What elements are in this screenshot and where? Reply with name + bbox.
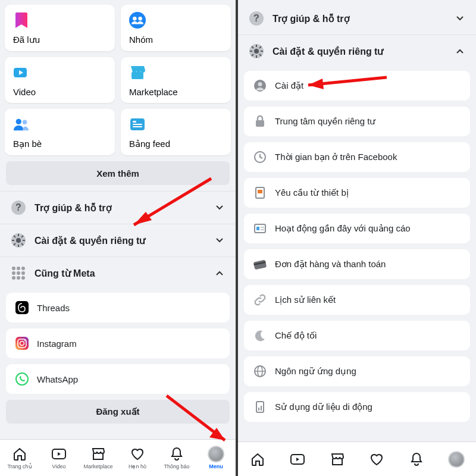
- svg-point-23: [12, 267, 15, 270]
- svg-point-26: [12, 271, 15, 275]
- profile-circle-icon: [253, 79, 267, 92]
- gear-icon: [11, 233, 26, 248]
- meta-app-threads[interactable]: Threads: [6, 293, 230, 322]
- tab-marketplace[interactable]: Marketplace: [79, 440, 118, 476]
- row-label: Trợ giúp & hỗ trợ: [35, 202, 215, 214]
- svg-point-56: [258, 82, 262, 86]
- settings-item-orders[interactable]: Đơn đặt hàng và thanh toán: [244, 249, 470, 279]
- tile-feeds[interactable]: Bảng feed: [121, 109, 231, 155]
- svg-rect-60: [258, 190, 262, 193]
- menu-screen: Đã lưu Nhóm Video Marketplace Bạn bè: [0, 0, 238, 476]
- row-label: Cài đặt & quyền riêng tư: [35, 235, 215, 246]
- settings-item-data-usage[interactable]: Sử dụng dữ liệu di động: [244, 392, 470, 422]
- help-icon: ?: [249, 11, 264, 26]
- avatar: [208, 446, 224, 462]
- see-more-button[interactable]: Xem thêm: [6, 161, 230, 185]
- tile-label: Đã lưu: [13, 35, 107, 45]
- tab-home[interactable]: [238, 442, 278, 476]
- row-settings-privacy[interactable]: Cài đặt & quyền riêng tư: [238, 35, 476, 67]
- svg-rect-8: [133, 121, 136, 123]
- avatar: [449, 452, 464, 467]
- settings-item-device-request[interactable]: Yêu cầu từ thiết bị: [244, 178, 470, 208]
- tile-friends[interactable]: Bạn bè: [5, 109, 115, 155]
- row-label: Trợ giúp & hỗ trợ: [273, 13, 456, 24]
- see-more-label: Xem thêm: [96, 168, 139, 178]
- gear-icon: [249, 43, 264, 59]
- tab-menu[interactable]: [436, 442, 476, 476]
- svg-rect-71: [258, 408, 259, 411]
- threads-icon: [15, 301, 29, 314]
- settings-item-ad-activity[interactable]: Hoạt động gần đây với quảng cáo: [244, 214, 470, 243]
- tab-marketplace[interactable]: [317, 442, 357, 476]
- tab-menu[interactable]: Menu: [196, 440, 236, 476]
- svg-point-36: [24, 340, 25, 341]
- settings-item-label: Ngôn ngữ ứng dụng: [275, 366, 356, 377]
- meta-app-label: Instagram: [37, 339, 77, 349]
- tab-notifications[interactable]: Thông báo: [157, 440, 196, 476]
- settings-item-language[interactable]: Ngôn ngữ ứng dụng: [244, 356, 470, 386]
- bottom-tabbar: [238, 441, 476, 476]
- tile-groups[interactable]: Nhóm: [121, 5, 231, 51]
- meta-app-instagram[interactable]: Instagram: [6, 328, 230, 358]
- globe-icon: [253, 365, 267, 378]
- home-icon: [12, 446, 27, 462]
- settings-list: Cài đặt Trung tâm quyền riêng tư Thời gi…: [238, 67, 476, 422]
- svg-point-46: [254, 49, 259, 54]
- device-request-icon: [253, 186, 267, 199]
- settings-item-label: Hoạt động gần đây với quảng cáo: [275, 223, 411, 234]
- row-label: Cài đặt & quyền riêng tư: [273, 46, 456, 57]
- tile-marketplace[interactable]: Marketplace: [121, 57, 231, 103]
- svg-rect-72: [261, 406, 262, 411]
- settings-item-time[interactable]: Thời gian bạn ở trên Facebook: [244, 142, 470, 172]
- tab-notifications[interactable]: [397, 442, 437, 476]
- settings-item-label: Lịch sử liên kết: [275, 295, 336, 305]
- row-help[interactable]: ? Trợ giúp & hỗ trợ: [0, 191, 236, 224]
- feeds-icon: [129, 116, 146, 133]
- tab-dating[interactable]: Hẹn hò: [118, 440, 157, 476]
- svg-point-14: [16, 238, 21, 243]
- tile-saved[interactable]: Đã lưu: [5, 5, 115, 51]
- svg-text:?: ?: [253, 13, 259, 23]
- marketplace-icon: [129, 64, 146, 81]
- link-icon: [253, 293, 267, 306]
- video-tab-icon: [290, 453, 305, 466]
- settings-item-label: Yêu cầu từ thiết bị: [275, 187, 349, 198]
- tile-label: Video: [13, 87, 107, 97]
- tab-label: Video: [52, 464, 66, 469]
- settings-item-privacy-center[interactable]: Trung tâm quyền riêng tư: [244, 107, 470, 136]
- meta-app-whatsapp[interactable]: WhatsApp: [6, 364, 230, 394]
- logout-button[interactable]: Đăng xuất: [6, 400, 230, 424]
- tab-home[interactable]: Trang chủ: [0, 440, 39, 476]
- saved-icon: [13, 12, 30, 29]
- settings-item-label: Cài đặt: [275, 80, 303, 91]
- dating-icon: [369, 453, 384, 466]
- tab-dating[interactable]: [357, 442, 397, 476]
- tile-video[interactable]: Video: [5, 57, 115, 103]
- tile-label: Bạn bè: [13, 139, 107, 149]
- svg-rect-64: [261, 229, 264, 230]
- row-help[interactable]: ? Trợ giúp & hỗ trợ: [238, 0, 476, 35]
- instagram-icon: [15, 337, 29, 350]
- svg-point-25: [21, 267, 25, 270]
- settings-item-settings[interactable]: Cài đặt: [244, 71, 470, 101]
- tab-label: Trang chủ: [7, 464, 32, 469]
- settings-screen: ? Trợ giúp & hỗ trợ Cài đặt & quyền riên…: [238, 0, 476, 476]
- video-icon: [13, 64, 30, 81]
- chevron-up-icon: [215, 270, 225, 276]
- meta-grid-icon: [11, 265, 26, 281]
- marketplace-tab-icon: [90, 446, 106, 462]
- settings-item-link-history[interactable]: Lịch sử liên kết: [244, 285, 470, 315]
- friends-icon: [13, 116, 30, 133]
- groups-icon: [129, 12, 146, 29]
- settings-item-label: Sử dụng dữ liệu di động: [275, 402, 372, 412]
- tab-video[interactable]: [278, 442, 318, 476]
- svg-rect-70: [256, 402, 264, 412]
- svg-point-28: [21, 271, 25, 275]
- tab-video[interactable]: Video: [39, 440, 79, 476]
- svg-point-0: [129, 12, 146, 29]
- settings-item-dark-mode[interactable]: Chế độ tối: [244, 321, 470, 350]
- data-icon: [253, 400, 267, 414]
- row-settings-privacy[interactable]: Cài đặt & quyền riêng tư: [0, 224, 236, 256]
- row-also-from-meta[interactable]: Cũng từ Meta: [0, 256, 236, 289]
- tab-label: Thông báo: [164, 464, 189, 469]
